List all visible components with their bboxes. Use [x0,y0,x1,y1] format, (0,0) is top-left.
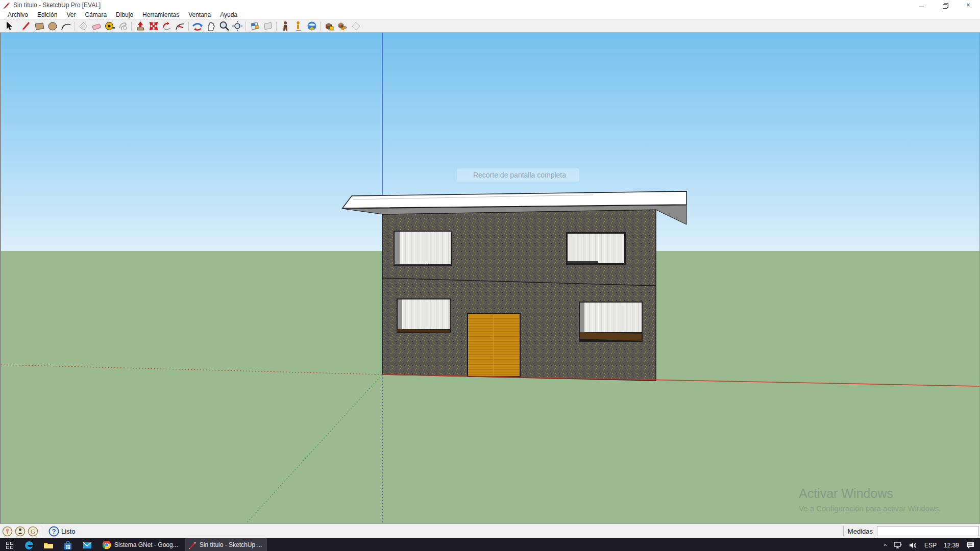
title-bar: Sin título - SketchUp Pro [EVAL] × [0,0,980,10]
door[interactable] [468,314,520,377]
menu-camara[interactable]: Cámara [80,11,111,19]
menu-edicion[interactable]: Edición [33,11,62,19]
close-icon: × [966,2,970,9]
zoom-extents-icon [232,20,243,32]
measurements-input[interactable] [877,526,979,536]
arc-tool[interactable] [59,20,72,32]
toolbar-separator [131,21,132,31]
start-icon [6,542,13,549]
close-button[interactable]: × [957,0,980,10]
menu-ventana[interactable]: Ventana [184,11,215,19]
eraser-icon [91,20,102,32]
get-models-icon [324,20,335,32]
get-models-tool[interactable] [323,20,336,32]
rectangle-tool[interactable] [33,20,46,32]
activation-line2: Ve a Configuración para activar Windows. [799,504,941,513]
snip-overlay: Recorte de pantalla completa [457,168,579,182]
previous-view-tool[interactable] [248,20,261,32]
menu-archivo[interactable]: Archivo [3,11,33,19]
select-tool[interactable] [2,20,15,32]
toolbar-separator [276,21,277,31]
zoom-extents-tool[interactable] [231,20,244,32]
clock[interactable]: 12:39 [944,542,959,549]
photo-textures-icon [350,20,361,32]
rectangle-icon [34,20,45,32]
scene-canvas[interactable]: Recorte de pantalla completa Activar Win… [1,33,979,523]
next-view-tool[interactable] [261,20,275,32]
edge-taskbar-button[interactable] [19,538,39,551]
store-icon [63,540,73,550]
activation-line1: Activar Windows [799,486,893,500]
window-upper-right[interactable] [566,232,626,265]
toolbar-separator [320,21,321,31]
offset-tool[interactable] [174,20,187,32]
offset-icon [175,20,186,32]
sketchup-taskbar-icon [188,541,197,549]
tape-measure-tool[interactable] [103,20,116,32]
mail-taskbar-button[interactable] [78,538,97,551]
google-earth-tool[interactable] [305,20,318,32]
network-icon[interactable] [894,542,902,549]
circle-tool[interactable] [46,20,59,32]
action-center-icon[interactable] [966,542,974,549]
geolocation-icon[interactable] [2,526,13,537]
menu-herramientas[interactable]: Herramientas [138,11,184,19]
start-button[interactable] [0,538,19,551]
house-model[interactable] [342,191,687,381]
move-tool[interactable] [147,20,160,32]
taskbar-window-chrome-label: Sistema GNet - Goog... [114,541,178,548]
model-viewport[interactable]: Recorte de pantalla completa Activar Win… [0,33,980,523]
window-lower-right[interactable] [579,302,643,342]
position-camera-tool[interactable] [279,20,292,32]
menu-dibujo[interactable]: Dibujo [111,11,138,19]
help-icon[interactable]: ? [48,526,59,537]
language-indicator[interactable]: ESP [924,542,937,549]
component-icon [78,20,89,32]
store-taskbar-button[interactable] [58,538,78,551]
look-around-tool[interactable] [292,20,305,32]
menu-ayuda[interactable]: Ayuda [215,11,242,19]
system-tray: ^ ESP 12:39 [880,538,978,551]
paint-bucket-tool[interactable] [116,20,130,32]
pan-tool[interactable] [204,20,217,32]
tool-bar [0,20,980,33]
magnifier-icon [218,20,230,32]
status-text: Listo [61,528,75,535]
mail-icon [82,540,92,550]
window-upper-left[interactable] [394,231,452,266]
line-tool[interactable] [19,20,33,32]
select-arrow-icon [3,20,14,32]
taskbar-window-chrome[interactable]: Sistema GNet - Goog... [99,538,183,551]
minimize-button[interactable] [910,0,933,10]
window-lower-left[interactable] [397,298,451,333]
photo-textures-tool[interactable] [349,20,362,32]
share-models-icon [337,20,348,32]
attribution-icon[interactable] [15,526,26,537]
tray-chevron-icon[interactable]: ^ [884,543,887,549]
credits-letter: G [31,528,35,535]
file-explorer-taskbar-button[interactable] [39,538,58,551]
push-pull-icon [135,20,146,32]
statusbar-separator [42,526,43,536]
orbit-tool[interactable] [191,20,204,32]
chrome-icon [102,540,111,549]
credits-icon[interactable]: G [28,526,38,537]
look-around-icon [293,20,304,32]
make-component-tool[interactable] [77,20,90,32]
restore-button[interactable] [933,0,957,10]
help-glyph: ? [52,528,56,535]
zoom-tool[interactable] [217,20,231,32]
volume-icon[interactable] [909,542,917,549]
menu-ver[interactable]: Ver [62,11,80,19]
eraser-tool[interactable] [90,20,103,32]
push-pull-tool[interactable] [134,20,147,32]
orbit-icon [192,20,203,32]
edge-icon [24,540,34,550]
pencil-icon [20,20,32,32]
share-models-tool[interactable] [336,20,349,32]
toolbar-separator [74,21,75,31]
rotate-tool[interactable] [160,20,174,32]
move-icon [148,20,159,32]
file-explorer-icon [43,540,54,550]
taskbar-window-sketchup[interactable]: Sin título - SketchUp ... [185,538,267,551]
